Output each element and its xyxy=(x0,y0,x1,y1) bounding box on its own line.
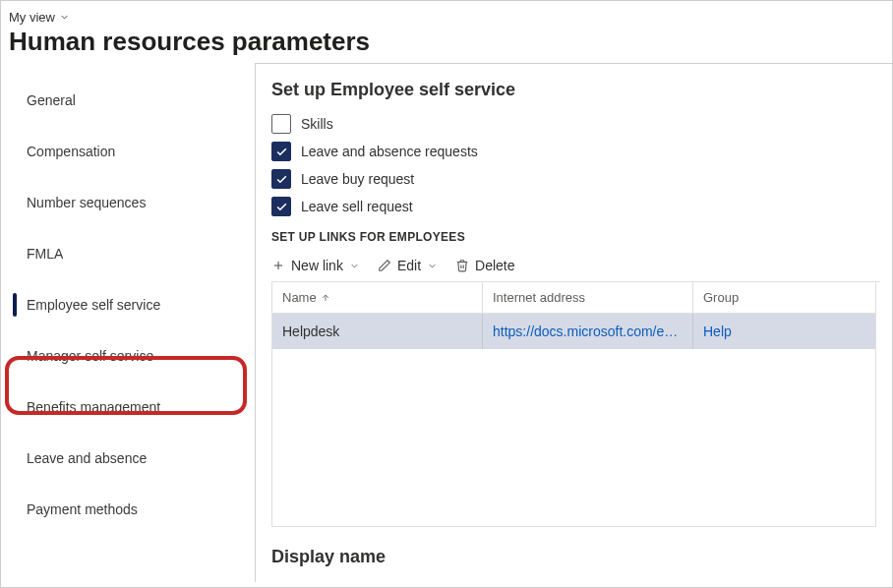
checkbox-row: Skills xyxy=(271,114,880,134)
cell-url[interactable]: https://docs.microsoft.com/en-u... xyxy=(483,314,693,349)
cell-group[interactable]: Help xyxy=(693,314,875,349)
sidebar-item-compensation[interactable]: Compensation xyxy=(1,126,255,177)
table-row[interactable]: Helpdesk https://docs.microsoft.com/en-u… xyxy=(272,314,875,349)
links-toolbar: New link Edit Delete xyxy=(271,254,880,282)
sidebar-item-label: Compensation xyxy=(27,144,115,159)
sort-asc-icon xyxy=(321,293,330,303)
checkbox[interactable] xyxy=(271,114,291,134)
sidebar-item-label: Payment methods xyxy=(27,501,138,517)
column-header-url[interactable]: Internet address xyxy=(483,282,693,314)
edit-label: Edit xyxy=(397,258,421,273)
plus-icon xyxy=(271,259,285,272)
column-header-group[interactable]: Group xyxy=(693,282,875,314)
sidebar-item-manager-self-service[interactable]: Manager self service xyxy=(1,330,255,382)
display-name-header: Display name xyxy=(271,547,880,567)
sidebar-item-general[interactable]: General xyxy=(1,75,255,126)
check-icon xyxy=(275,173,288,186)
links-grid: Name Internet address Group Helpdesk htt… xyxy=(271,282,876,527)
sidebar-item-label: Leave and absence xyxy=(27,450,147,466)
links-section-header: SET UP LINKS FOR EMPLOYEES xyxy=(271,230,880,244)
sidebar-item-number-sequences[interactable]: Number sequences xyxy=(1,177,255,228)
sidebar-item-benefits-management[interactable]: Benefits management xyxy=(1,382,255,433)
checkbox-label: Skills xyxy=(301,116,333,132)
chevron-down-icon xyxy=(349,261,360,271)
sidebar-item-fmla[interactable]: FMLA xyxy=(1,228,255,279)
grid-header-row: Name Internet address Group xyxy=(272,282,875,314)
sidebar-item-label: Number sequences xyxy=(27,195,146,210)
cell-name: Helpdesk xyxy=(272,314,483,349)
pencil-icon xyxy=(378,259,391,272)
delete-button[interactable]: Delete xyxy=(455,258,514,273)
grid-empty-space xyxy=(272,349,875,526)
check-icon xyxy=(275,201,288,213)
delete-label: Delete xyxy=(475,258,514,273)
view-dropdown-label: My view xyxy=(9,10,55,25)
chevron-down-icon xyxy=(59,12,70,23)
checkbox[interactable] xyxy=(271,142,291,161)
chevron-down-icon xyxy=(427,261,438,271)
page-title: Human resources parameters xyxy=(9,27,884,57)
new-link-button[interactable]: New link xyxy=(271,258,360,273)
checkbox-label: Leave and absence requests xyxy=(301,144,478,159)
checkbox-row: Leave and absence requests xyxy=(271,142,880,161)
sidebar-item-employee-self-service[interactable]: Employee self service xyxy=(1,279,255,330)
sidebar-item-label: FMLA xyxy=(27,246,63,262)
section-title: Set up Employee self service xyxy=(271,80,880,100)
content-panel: Set up Employee self service SkillsLeave… xyxy=(255,63,892,582)
checkbox-row: Leave sell request xyxy=(271,197,880,216)
sidebar-item-label: General xyxy=(27,92,76,108)
sidebar-item-label: Benefits management xyxy=(27,399,160,415)
new-link-label: New link xyxy=(291,258,343,273)
checkbox-label: Leave buy request xyxy=(301,171,414,187)
checkbox-row: Leave buy request xyxy=(271,169,880,189)
sidebar-item-leave-and-absence[interactable]: Leave and absence xyxy=(1,433,255,484)
edit-button[interactable]: Edit xyxy=(378,258,438,273)
column-header-name[interactable]: Name xyxy=(272,282,483,314)
sidebar-item-label: Manager self service xyxy=(27,348,153,364)
view-dropdown[interactable]: My view xyxy=(9,10,70,25)
checkbox[interactable] xyxy=(271,169,291,189)
sidebar-item-label: Employee self service xyxy=(27,297,160,313)
checkbox-label: Leave sell request xyxy=(301,199,413,214)
check-icon xyxy=(275,146,288,158)
sidebar: GeneralCompensationNumber sequencesFMLAE… xyxy=(1,63,255,582)
sidebar-item-payment-methods[interactable]: Payment methods xyxy=(1,484,255,535)
trash-icon xyxy=(455,259,469,272)
checkbox[interactable] xyxy=(271,197,291,216)
